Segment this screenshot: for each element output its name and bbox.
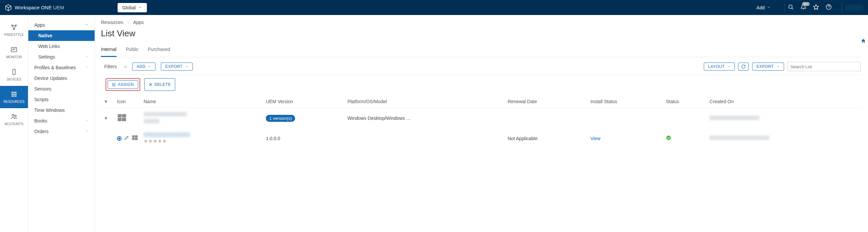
home-icon[interactable] — [861, 38, 866, 44]
user-menu[interactable] — [845, 5, 863, 11]
rail-item-devices[interactable]: DEVICES — [0, 64, 28, 86]
tab-internal[interactable]: Internal — [101, 44, 117, 57]
svg-rect-13 — [12, 92, 13, 93]
svg-point-7 — [12, 25, 13, 26]
table-row[interactable]: ▼ 1 version(s) Windows Desktop/Windows .… — [101, 108, 861, 129]
svg-rect-26 — [118, 114, 122, 117]
layout-button[interactable]: LAYOUT — [704, 63, 735, 71]
rail-item-resources[interactable]: RESOURCES — [0, 86, 28, 108]
monitor-icon — [10, 46, 18, 54]
export-label: EXPORT — [756, 64, 774, 69]
breadcrumb: Resources Apps — [101, 20, 861, 25]
side-item-sensors[interactable]: Sensors — [28, 84, 95, 94]
devices-icon — [10, 68, 18, 76]
search-input[interactable] — [787, 62, 861, 71]
breadcrumb-item[interactable]: Apps — [133, 20, 144, 25]
svg-rect-17 — [13, 94, 14, 95]
row-collapse-icon[interactable]: ▼ — [103, 115, 108, 121]
filters-expand-icon[interactable]: » — [124, 64, 127, 69]
side-item-label: Scripts — [34, 97, 49, 102]
rail-item-freestyle[interactable]: FREESTYLE — [0, 19, 28, 41]
side-item-scripts[interactable]: Scripts — [28, 94, 95, 105]
col-created[interactable]: Created On — [707, 96, 861, 108]
svg-rect-20 — [13, 96, 14, 97]
add-label: Add — [756, 5, 765, 10]
side-item-profiles-baselines[interactable]: Profiles & Baselines — [28, 62, 95, 73]
close-icon — [149, 82, 153, 87]
col-status[interactable]: Status — [663, 96, 707, 108]
side-item-native[interactable]: Native — [28, 30, 95, 41]
svg-marker-4 — [814, 5, 819, 10]
star-icon[interactable] — [813, 4, 819, 11]
add-button[interactable]: ADD — [132, 63, 156, 71]
side-item-label: Web Links — [38, 43, 60, 49]
side-item-books[interactable]: Books — [28, 115, 95, 126]
edit-icon[interactable] — [124, 135, 129, 141]
side-section-label: Apps — [34, 22, 45, 28]
side-item-web-links[interactable]: Web Links — [28, 41, 95, 52]
side-section-apps[interactable]: Apps — [28, 20, 95, 30]
svg-point-23 — [14, 115, 16, 117]
created-on-redacted — [709, 135, 769, 140]
version-cell: 1.0.0.0 — [263, 129, 345, 148]
svg-rect-21 — [15, 96, 17, 97]
export-button[interactable]: EXPORT — [161, 63, 193, 71]
windows-icon — [117, 119, 127, 124]
side-item-orders[interactable]: Orders — [28, 126, 95, 137]
col-renewal[interactable]: Renewal Date — [505, 96, 588, 108]
side-item-settings[interactable]: Settings — [28, 52, 95, 62]
side-item-device-updates[interactable]: Device Updates — [28, 73, 95, 84]
svg-point-9 — [13, 29, 14, 30]
col-platform[interactable]: Platform/OS/Model — [345, 96, 505, 108]
table-row[interactable]: ★★★★★ 1.0.0.0 Not Applicable View — [101, 129, 861, 148]
col-install[interactable]: Install Status — [588, 96, 663, 108]
side-item-time-windows[interactable]: Time Windows — [28, 105, 95, 115]
accounts-icon — [10, 113, 18, 121]
org-group-selector[interactable]: Global — [118, 3, 147, 12]
rail-label: MONITOR — [6, 55, 22, 59]
search-icon[interactable] — [788, 4, 794, 11]
tab-public[interactable]: Public — [126, 44, 138, 57]
row-radio[interactable] — [117, 136, 122, 141]
col-icon[interactable]: Icon — [114, 96, 141, 108]
renewal-cell: Not Applicable — [505, 129, 588, 148]
windows-icon — [131, 134, 138, 142]
chevron-down-icon — [85, 23, 89, 28]
svg-rect-14 — [13, 92, 14, 93]
svg-rect-31 — [135, 135, 137, 138]
chevron-down-icon — [138, 5, 142, 10]
rail-label: FREESTYLE — [4, 33, 24, 37]
rail-label: DEVICES — [7, 77, 21, 81]
refresh-button[interactable] — [738, 63, 749, 71]
svg-point-8 — [15, 25, 17, 26]
rail-item-monitor[interactable]: MONITOR — [0, 41, 28, 64]
svg-rect-33 — [135, 138, 137, 140]
resources-icon — [10, 91, 18, 99]
svg-point-2 — [789, 5, 793, 9]
chevron-down-icon — [767, 5, 771, 10]
assign-button[interactable]: ASSIGN — [107, 80, 138, 89]
status-ok-icon — [666, 136, 671, 141]
side-item-label: Device Updates — [34, 75, 67, 81]
col-name[interactable]: Name — [141, 96, 263, 108]
col-version[interactable]: UEM Version — [263, 96, 345, 108]
divider — [842, 3, 842, 12]
side-item-label: Sensors — [34, 86, 51, 92]
created-on-redacted — [709, 115, 760, 120]
page-title: List View — [101, 28, 861, 39]
svg-rect-32 — [132, 138, 135, 140]
rail-item-accounts[interactable]: ACCOUNTS — [0, 108, 28, 131]
svg-rect-18 — [15, 94, 17, 95]
install-status-link[interactable]: View — [591, 136, 600, 141]
help-icon[interactable] — [826, 4, 832, 11]
notifications-icon[interactable]: 99+ — [800, 4, 806, 11]
chevron-down-icon — [148, 65, 151, 68]
rail-label: ACCOUNTS — [5, 122, 23, 126]
tab-purchased[interactable]: Purchased — [148, 44, 170, 57]
header-add-menu[interactable]: Add — [756, 5, 771, 10]
sort-icon[interactable]: ▼ — [103, 99, 108, 104]
export-button-2[interactable]: EXPORT — [752, 63, 784, 71]
delete-button[interactable]: DELETE — [144, 78, 175, 91]
breadcrumb-item[interactable]: Resources — [101, 20, 123, 25]
filters-label: Filters — [104, 64, 117, 69]
